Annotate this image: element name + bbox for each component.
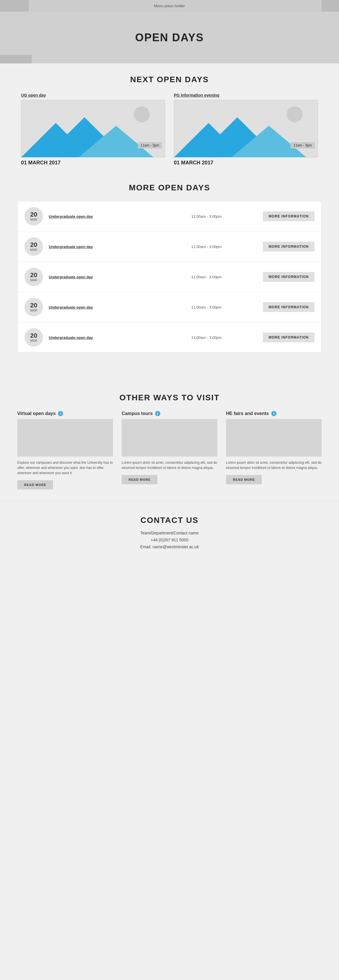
- event-date-circle: 20 MAR: [24, 328, 43, 347]
- event-time: 11:00am - 3:00pm: [156, 336, 257, 340]
- open-day-card-1: PG Information evening 11am - 3pm 01 MAR…: [174, 93, 318, 166]
- event-time: 11:00am - 3:00pm: [156, 275, 257, 279]
- nav-placeholder: Menu place holder: [154, 4, 185, 8]
- open-day-date-0: 01 MARCH 2017: [21, 160, 165, 166]
- svg-point-9: [287, 107, 303, 122]
- more-information-button[interactable]: MORE INFORMATION: [263, 332, 315, 342]
- event-date-circle: 20 MAR: [24, 207, 43, 226]
- other-way-header: HE fairs and events 3: [226, 411, 322, 416]
- event-time: 11:00am - 3:00pm: [156, 214, 257, 219]
- event-info: Undergraduate open day: [49, 214, 150, 219]
- contact-title: CONTACT US: [17, 515, 322, 525]
- more-information-button[interactable]: MORE INFORMATION: [263, 302, 315, 312]
- event-name: Undergraduate open day: [49, 214, 150, 219]
- event-name: Undergraduate open day: [49, 245, 150, 249]
- event-time: 11:00am - 3:00pm: [156, 245, 257, 249]
- event-row: 20 MAR Undergraduate open day 11:00am - …: [17, 201, 322, 232]
- hero-title: OPEN DAYS: [135, 32, 204, 44]
- event-list: 20 MAR Undergraduate open day 11:00am - …: [17, 201, 322, 353]
- spacer: [0, 364, 339, 382]
- event-name: Undergraduate open day: [49, 305, 150, 309]
- event-day: 20: [30, 332, 37, 339]
- more-open-days-title: MORE OPEN DAYS: [17, 183, 322, 192]
- event-row: 20 MAR Undergraduate open day 11:00am - …: [17, 323, 322, 352]
- event-row: 20 MAR Undergraduate open day 11:00am - …: [17, 262, 322, 292]
- other-ways-title: OTHER WAYS TO VISIT: [17, 393, 322, 402]
- more-information-button[interactable]: MORE INFORMATION: [263, 212, 315, 221]
- read-more-button[interactable]: READ MORE: [17, 480, 53, 489]
- other-way-number: 3: [271, 411, 276, 416]
- other-way-card-1: Campus tours 2 Lorem ipsum dolor sit ame…: [122, 411, 217, 489]
- contact-name: Team/Department/Contact name: [17, 531, 322, 535]
- other-way-title: Virtual open days: [17, 411, 55, 416]
- next-open-days-title: NEXT OPEN DAYS: [17, 75, 322, 84]
- time-badge-0: 11am - 3pm: [138, 142, 162, 148]
- nav-box-right: [322, 0, 339, 11]
- event-row: 20 MAR Undergraduate open day 11:00am - …: [17, 232, 322, 262]
- event-date-circle: 20 MAR: [24, 237, 43, 256]
- other-way-image: [122, 419, 217, 457]
- other-ways-grid: Virtual open days 1 Explore our campuses…: [17, 411, 322, 489]
- contact-phone: +44 (0)207 911 5000: [17, 538, 322, 542]
- event-day: 20: [30, 302, 37, 309]
- open-day-label-1: PG Information evening: [174, 93, 318, 97]
- other-way-card-2: HE fairs and events 3 Lorem ipsum dolor …: [226, 411, 322, 489]
- other-way-header: Virtual open days 1: [17, 411, 113, 416]
- event-date-circle: 20 MAR: [24, 298, 43, 317]
- event-date-circle: 20 MAR: [24, 268, 43, 286]
- more-information-button[interactable]: MORE INFORMATION: [263, 242, 315, 251]
- other-way-header: Campus tours 2: [122, 411, 217, 416]
- event-row: 20 MAR Undergraduate open day 11:00am - …: [17, 292, 322, 323]
- other-way-number: 2: [155, 411, 160, 416]
- open-day-label-0: UG open day: [21, 93, 165, 97]
- event-info: Undergraduate open day: [49, 336, 150, 340]
- event-info: Undergraduate open day: [49, 305, 150, 309]
- event-day: 20: [30, 272, 37, 278]
- contact-email: Email: name@westminster.ac.uk: [17, 544, 322, 549]
- next-open-days-section: NEXT OPEN DAYS UG open day 11am - 3pm 01…: [0, 64, 339, 172]
- read-more-button[interactable]: READ MORE: [226, 475, 262, 484]
- other-way-text: Explore our campuses and discover what t…: [17, 460, 113, 476]
- open-day-date-1: 01 MARCH 2017: [174, 160, 318, 166]
- event-day: 20: [30, 212, 37, 218]
- other-way-number: 1: [58, 411, 63, 416]
- event-month: MAR: [30, 218, 37, 221]
- open-day-image-1: 11am - 3pm: [174, 100, 318, 158]
- open-day-card-0: UG open day 11am - 3pm 01 MARCH 2017: [21, 93, 165, 166]
- nav-box-left: [0, 0, 29, 11]
- event-time: 11:00am - 3:00pm: [156, 305, 257, 309]
- event-month: MAR: [30, 339, 37, 342]
- other-way-title: Campus tours: [122, 411, 153, 416]
- other-way-card-0: Virtual open days 1 Explore our campuses…: [17, 411, 113, 489]
- other-way-image: [17, 419, 113, 457]
- event-day: 20: [30, 242, 37, 248]
- more-information-button[interactable]: MORE INFORMATION: [263, 272, 315, 282]
- other-ways-section: OTHER WAYS TO VISIT Virtual open days 1 …: [0, 382, 339, 501]
- nav-bar: Menu place holder: [0, 0, 339, 11]
- more-open-days-section: MORE OPEN DAYS 20 MAR Undergraduate open…: [0, 172, 339, 364]
- other-way-text: Lorem ipsum dolor sit amet, consectetur …: [226, 460, 322, 470]
- event-month: MAR: [30, 278, 37, 282]
- event-month: MAR: [30, 248, 37, 251]
- open-days-grid: UG open day 11am - 3pm 01 MARCH 2017 PG …: [17, 93, 322, 166]
- svg-point-4: [134, 107, 150, 122]
- contact-section: CONTACT US Team/Department/Contact name …: [0, 501, 339, 566]
- hero-sub-bar: [0, 55, 32, 64]
- event-info: Undergraduate open day: [49, 275, 150, 279]
- open-day-image-0: 11am - 3pm: [21, 100, 165, 158]
- read-more-button[interactable]: READ MORE: [122, 475, 157, 484]
- other-way-image: [226, 419, 322, 457]
- event-name: Undergraduate open day: [49, 275, 150, 279]
- event-info: Undergraduate open day: [49, 245, 150, 249]
- event-name: Undergraduate open day: [49, 336, 150, 340]
- time-badge-1: 11am - 3pm: [291, 142, 315, 148]
- hero-section: OPEN DAYS: [0, 11, 339, 64]
- other-way-title: HE fairs and events: [226, 411, 269, 416]
- other-way-text: Lorem ipsum dolor sit amet, consectetur …: [122, 460, 217, 470]
- event-month: MAR: [30, 309, 37, 312]
